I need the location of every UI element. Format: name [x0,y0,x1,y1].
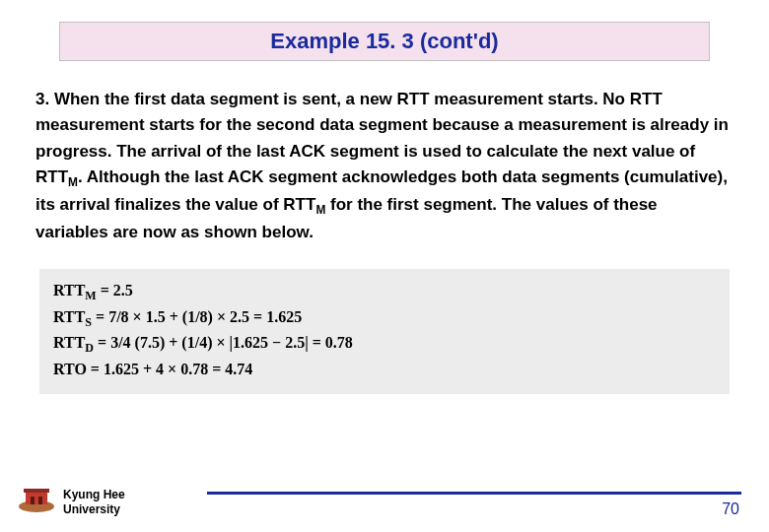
calc-line-3: RTTD = 3/4 (7.5) + (1/4) × |1.625 − 2.5|… [53,331,716,358]
svg-rect-2 [24,489,49,493]
university-name: Kyung Hee University [63,488,125,516]
uni-line1: Kyung Hee [63,488,125,501]
university-logo-icon [16,485,57,514]
rtt-sub-2: M [315,203,325,217]
item-number: 3. [35,90,49,108]
uni-line2: University [63,502,125,516]
calc-line-1: RTTM = 2.5 [53,279,716,305]
calc4: RTO = 1.625 + 4 × 0.78 = 4.74 [53,361,252,377]
calc-line-4: RTO = 1.625 + 4 × 0.78 = 4.74 [53,358,716,380]
slide-title: Example 15. 3 (cont'd) [270,29,498,53]
page-number: 70 [722,500,739,518]
calculation-box: RTTM = 2.5 RTTS = 7/8 × 1.5 + (1/8) × 2.… [39,269,730,394]
calc1-rest: = 2.5 [97,282,133,299]
calc3-sub: D [85,341,94,355]
calc3-label: RTT [53,334,85,351]
svg-rect-4 [38,497,42,504]
calc1-label: RTT [53,282,85,299]
svg-rect-3 [31,497,35,504]
calc-line-2: RTTS = 7/8 × 1.5 + (1/8) × 2.5 = 1.625 [53,305,716,332]
calc2-rest: = 7/8 × 1.5 + (1/8) × 2.5 = 1.625 [92,308,302,325]
calc3-rest: = 3/4 (7.5) + (1/4) × |1.625 − 2.5| = 0.… [94,334,353,351]
slide-title-bar: Example 15. 3 (cont'd) [59,22,710,61]
svg-rect-1 [26,491,47,504]
calc2-label: RTT [53,308,85,325]
body-paragraph: 3. When the first data segment is sent, … [35,87,734,245]
footer: Kyung Hee University 70 [0,475,769,520]
footer-rule [207,492,741,495]
rtt-sub-1: M [68,175,78,189]
calc1-sub: M [85,289,96,302]
